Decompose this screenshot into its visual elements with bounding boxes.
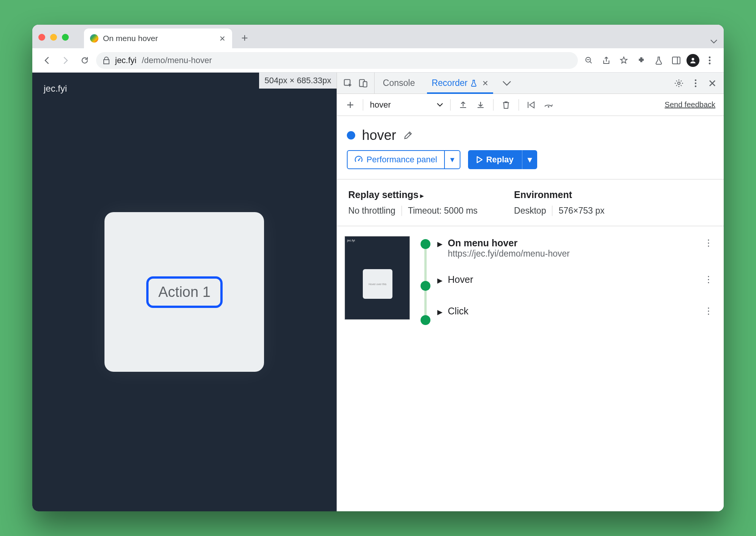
- labs-icon[interactable]: [652, 53, 666, 68]
- device-toggle-icon[interactable]: [357, 77, 370, 90]
- demo-card: Action 1: [104, 212, 264, 372]
- svg-point-9: [678, 82, 680, 84]
- browser-menu-icon[interactable]: [702, 53, 717, 68]
- step-row[interactable]: ▶ Click ⋮: [433, 304, 716, 320]
- browser-tab[interactable]: On menu hover ×: [84, 29, 232, 48]
- play-icon: [476, 156, 482, 163]
- svg-point-3: [709, 56, 711, 58]
- step-icon[interactable]: [541, 97, 557, 113]
- content-split: jec.fyi 504px × 685.33px Action 1 Consol…: [32, 73, 724, 511]
- chevron-down-icon: [437, 103, 443, 107]
- address-bar: jec.fyi/demo/menu-hover: [32, 48, 724, 73]
- tab-console[interactable]: Console: [375, 73, 423, 94]
- back-button[interactable]: [39, 53, 54, 68]
- svg-point-2: [692, 58, 694, 60]
- svg-point-4: [709, 59, 711, 61]
- settings-section: Replay settings▸ No throttling Timeout: …: [337, 179, 724, 226]
- replay-settings-heading[interactable]: Replay settings▸: [348, 189, 484, 200]
- new-tab-button[interactable]: +: [237, 30, 253, 46]
- device-value: Desktop: [514, 206, 552, 216]
- tab-title: On menu hover: [103, 34, 158, 43]
- throttle-value: No throttling: [348, 206, 402, 216]
- tab-recorder[interactable]: Recorder ✕: [423, 73, 497, 94]
- svg-point-14: [358, 160, 359, 161]
- rendered-page: jec.fyi 504px × 685.33px Action 1: [32, 73, 337, 511]
- step-thumbnail: jec.fyi Hover over this: [345, 236, 410, 320]
- inspect-icon[interactable]: [342, 77, 354, 90]
- timeout-value: Timeout: 5000 ms: [402, 206, 484, 216]
- step-menu-icon[interactable]: ⋮: [704, 306, 716, 316]
- steps-timeline: ▶ On menu hover https://jec.fyi/demo/men…: [418, 236, 716, 320]
- svg-point-13: [548, 106, 549, 108]
- recording-status-dot: [347, 131, 355, 140]
- reload-button[interactable]: [77, 53, 92, 68]
- new-recording-button[interactable]: [342, 97, 358, 113]
- profile-avatar[interactable]: [686, 54, 699, 67]
- send-feedback-link[interactable]: Send feedback: [665, 100, 718, 109]
- recorder-toolbar: hover Send feedback: [337, 94, 724, 116]
- delete-icon[interactable]: [498, 97, 514, 113]
- overflow-tabs-button[interactable]: [497, 73, 517, 94]
- recording-title: hover: [362, 127, 396, 143]
- import-icon[interactable]: [473, 97, 489, 113]
- more-icon[interactable]: [688, 76, 703, 91]
- export-icon[interactable]: [455, 97, 471, 113]
- step-title: On menu hover: [448, 238, 517, 248]
- environment-heading: Environment: [514, 189, 610, 200]
- toolbar-icons: [582, 53, 717, 68]
- expand-icon[interactable]: ▶: [437, 308, 443, 316]
- performance-panel-button[interactable]: Performance panel ▾: [347, 150, 460, 169]
- gauge-icon: [354, 155, 363, 164]
- svg-point-10: [695, 79, 696, 81]
- svg-point-5: [709, 62, 711, 64]
- tab-strip: On menu hover × +: [32, 25, 724, 48]
- step-title: Hover: [448, 274, 473, 285]
- window-controls: [38, 34, 69, 41]
- step-menu-icon[interactable]: ⋮: [704, 274, 716, 285]
- close-window-button[interactable]: [38, 34, 45, 41]
- replay-dropdown-button[interactable]: ▾: [522, 150, 537, 169]
- close-devtools-icon[interactable]: [705, 76, 720, 91]
- steps-section: jec.fyi Hover over this ▶ On menu hover: [337, 226, 724, 330]
- viewport-value: 576×753 px: [552, 206, 610, 216]
- tab-overflow-button[interactable]: [710, 39, 718, 44]
- dimensions-badge: 504px × 685.33px: [259, 73, 337, 89]
- close-tab-button[interactable]: ×: [220, 33, 225, 43]
- replay-button[interactable]: Replay ▾: [468, 150, 537, 169]
- expand-icon[interactable]: ▶: [437, 276, 443, 285]
- action-button[interactable]: Action 1: [146, 276, 223, 308]
- svg-point-11: [695, 82, 696, 84]
- minimize-window-button[interactable]: [50, 34, 57, 41]
- timeline-node: [421, 281, 430, 291]
- zoom-icon[interactable]: [582, 53, 596, 68]
- extensions-icon[interactable]: [634, 53, 648, 68]
- step-title: Click: [448, 306, 468, 317]
- svg-rect-1: [672, 57, 680, 64]
- bookmark-icon[interactable]: [617, 53, 631, 68]
- browser-window: On menu hover × + jec.fyi/demo/menu-hove…: [32, 25, 724, 511]
- favicon: [90, 34, 98, 43]
- close-tab-icon[interactable]: ✕: [482, 79, 489, 88]
- url-path: /demo/menu-hover: [142, 56, 212, 65]
- settings-icon[interactable]: [671, 76, 686, 91]
- continue-icon[interactable]: [524, 97, 539, 113]
- recorder-body: hover Performance panel ▾ Re: [337, 116, 724, 511]
- performance-dropdown-button[interactable]: ▾: [444, 151, 460, 168]
- timeline-node: [421, 239, 430, 249]
- expand-icon[interactable]: ▶: [437, 240, 443, 248]
- step-row[interactable]: ▶ On menu hover https://jec.fyi/demo/men…: [433, 236, 716, 273]
- svg-rect-8: [363, 81, 367, 87]
- recording-selector[interactable]: hover: [368, 100, 446, 110]
- omnibox[interactable]: jec.fyi/demo/menu-hover: [96, 52, 578, 69]
- devtools-tabstrip: Console Recorder ✕: [337, 73, 724, 94]
- maximize-window-button[interactable]: [62, 34, 69, 41]
- step-row[interactable]: ▶ Hover ⋮: [433, 273, 716, 304]
- share-icon[interactable]: [599, 53, 614, 68]
- url-host: jec.fyi: [115, 56, 136, 65]
- forward-button[interactable]: [58, 53, 73, 68]
- lock-icon: [103, 57, 110, 64]
- sidepanel-icon[interactable]: [669, 53, 683, 68]
- step-menu-icon[interactable]: ⋮: [704, 238, 716, 248]
- edit-title-icon[interactable]: [403, 130, 413, 140]
- svg-point-12: [695, 85, 696, 87]
